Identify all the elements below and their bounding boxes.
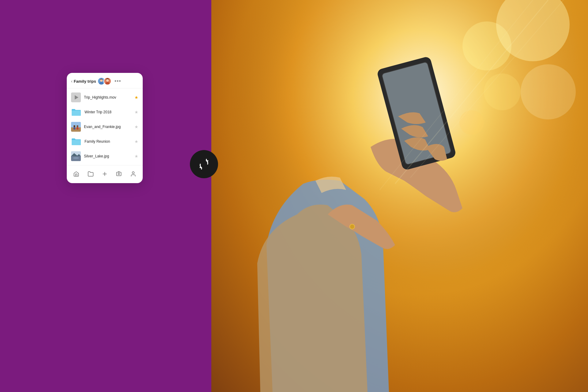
right-panel (211, 0, 588, 392)
folder-icon-winter (71, 108, 81, 116)
svg-point-33 (484, 74, 521, 110)
svg-rect-11 (71, 127, 81, 132)
file-name-silver-lake: Silver_Lake.jpg (84, 154, 131, 158)
file-name-video: Trip_Highlights.mov (84, 95, 131, 100)
toolbar-home-button[interactable] (71, 168, 82, 179)
folder-icon-reunion (71, 137, 81, 146)
file-name-winter-trip: Winter Trip 2018 (85, 110, 131, 114)
left-panel: ‹ Family trips (0, 0, 211, 392)
folder-title: Family trips (74, 79, 96, 84)
file-name-family-reunion: Family Reunion (85, 139, 131, 144)
toolbar-photo-button[interactable] (113, 168, 124, 179)
avatar-female (104, 77, 111, 85)
svg-point-34 (459, 110, 484, 135)
file-name-evan-frankie: Evan_and_Frankie.jpg (84, 125, 131, 129)
svg-point-5 (106, 79, 108, 81)
back-button[interactable]: ‹ Family trips (71, 79, 96, 84)
star-icon-video[interactable]: ★ (134, 95, 138, 100)
file-item-winter-trip[interactable]: Winter Trip 2018 ★ (67, 105, 143, 119)
star-icon-winter-trip[interactable]: ★ (134, 110, 138, 115)
svg-rect-23 (117, 172, 121, 176)
sync-button[interactable] (190, 150, 218, 178)
video-thumbnail (71, 92, 81, 102)
card-toolbar (67, 165, 143, 183)
sync-icon (197, 157, 211, 171)
file-item-evan-frankie[interactable]: Evan_and_Frankie.jpg ★ (67, 119, 143, 134)
svg-point-30 (350, 224, 355, 229)
svg-rect-13 (74, 127, 75, 130)
file-list: Trip_Highlights.mov ★ Winter Trip 2018 ★ (67, 89, 143, 165)
svg-point-14 (77, 125, 78, 127)
file-item-silver-lake[interactable]: Silver_Lake.jpg ★ (67, 149, 143, 164)
avatars-group (97, 77, 111, 85)
svg-point-25 (132, 172, 134, 174)
person-with-phone (211, 0, 588, 392)
svg-rect-15 (77, 127, 78, 130)
star-icon-silver-lake[interactable]: ★ (134, 154, 138, 159)
toolbar-folder-button[interactable] (85, 168, 96, 179)
more-options-button[interactable]: ••• (114, 78, 122, 85)
image-thumbnail-evan (71, 122, 81, 132)
svg-point-24 (118, 173, 120, 175)
star-icon-evan-frankie[interactable]: ★ (134, 124, 138, 129)
toolbar-add-button[interactable] (99, 168, 110, 179)
back-chevron-icon: ‹ (71, 79, 73, 84)
image-thumbnail-silver (71, 151, 81, 161)
star-icon-family-reunion[interactable]: ★ (134, 139, 138, 144)
file-item-video[interactable]: Trip_Highlights.mov ★ (67, 90, 143, 105)
svg-point-35 (521, 64, 576, 119)
file-item-family-reunion[interactable]: Family Reunion ★ (67, 134, 143, 149)
file-manager-card: ‹ Family trips (67, 73, 143, 183)
svg-rect-10 (71, 122, 81, 127)
svg-point-20 (73, 157, 79, 159)
card-header: ‹ Family trips (67, 73, 143, 89)
svg-point-12 (74, 125, 75, 127)
toolbar-profile-button[interactable] (128, 168, 139, 179)
